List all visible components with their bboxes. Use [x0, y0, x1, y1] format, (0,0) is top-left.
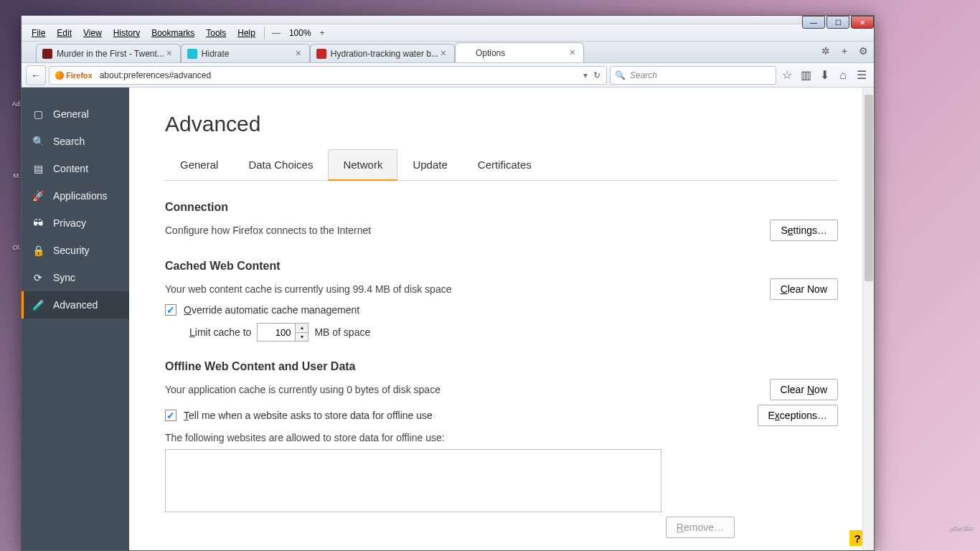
sidebar-item-privacy[interactable]: 🕶 Privacy	[22, 209, 129, 237]
tab-options[interactable]: Options ×	[455, 42, 584, 62]
sidebar-item-applications[interactable]: 🚀 Applications	[22, 182, 129, 209]
tab-label: Options	[476, 48, 567, 58]
menu-divider	[264, 27, 265, 39]
sidebar-item-label: Advanced	[53, 299, 98, 311]
scrollbar-thumb[interactable]	[864, 95, 873, 281]
favicon	[42, 49, 52, 59]
sidebar-item-label: Sync	[53, 272, 75, 283]
sidebar-item-label: Search	[53, 136, 85, 147]
vertical-scrollbar[interactable]	[862, 88, 874, 550]
sidebar-item-label: General	[53, 108, 89, 120]
puzzle-icon[interactable]: ⚙	[857, 44, 870, 57]
reader-icon[interactable]: ▥	[798, 67, 814, 83]
desktop-recycle-bin-label: ycle Bin	[944, 524, 979, 531]
firefox-window: ― ☐ ✕ File Edit View History Bookmarks T…	[21, 15, 875, 551]
advanced-icon: 🧪	[32, 298, 44, 311]
menu-view[interactable]: View	[77, 26, 108, 40]
favicon	[461, 48, 471, 58]
exceptions-button[interactable]: Exceptions…	[758, 405, 839, 426]
tab-hydration[interactable]: Hydration-tracking water b... ×	[310, 44, 455, 62]
sync-icon: ⟳	[32, 271, 44, 284]
offline-clear-button[interactable]: Clear Now	[770, 379, 838, 400]
window-close-button[interactable]: ✕	[851, 16, 874, 29]
tab-close[interactable]: ×	[293, 49, 303, 59]
cache-limit-input[interactable]: ▲ ▼	[257, 323, 308, 342]
menu-edit[interactable]: Edit	[51, 26, 77, 40]
sidebar-item-content[interactable]: ▤ Content	[22, 155, 129, 182]
tab-label: Hydration-tracking water b...	[331, 49, 438, 59]
zoom-level[interactable]: 100%	[285, 28, 316, 38]
new-tab-plus-icon[interactable]: +	[838, 44, 851, 57]
offline-heading: Offline Web Content and User Data	[165, 360, 838, 373]
menu-history[interactable]: History	[108, 26, 146, 40]
search-bar[interactable]: 🔍 Search	[610, 66, 776, 85]
tab-label: Hidrate	[202, 49, 293, 59]
url-dropdown-icon[interactable]: ▾	[580, 70, 590, 80]
subtab-network[interactable]: Network	[328, 149, 397, 181]
reload-icon[interactable]: ↻	[590, 70, 603, 80]
url-text[interactable]: about:preferences#advanced	[97, 70, 580, 80]
security-icon: 🔒	[32, 244, 44, 257]
bookmark-star-icon[interactable]: ☆	[779, 67, 795, 83]
connection-desc: Configure how Firefox connects to the In…	[165, 225, 371, 236]
spin-down[interactable]: ▼	[296, 333, 308, 342]
tab-hidrate[interactable]: Hidrate ×	[181, 44, 310, 62]
preferences-main: Advanced General Data Choices Network Up…	[129, 88, 874, 550]
hamburger-menu-icon[interactable]: ☰	[854, 67, 870, 83]
page-title: Advanced	[165, 112, 838, 136]
content-icon: ▤	[32, 162, 44, 175]
menu-file[interactable]: File	[26, 26, 51, 40]
sidebar-item-advanced[interactable]: 🧪 Advanced	[22, 291, 129, 319]
override-checkbox[interactable]: ✓	[165, 304, 176, 316]
subtab-data-choices[interactable]: Data Choices	[233, 149, 328, 180]
advanced-subtabs: General Data Choices Network Update Cert…	[165, 149, 838, 181]
sidebar-item-search[interactable]: 🔍 Search	[22, 128, 129, 155]
spin-up[interactable]: ▲	[296, 324, 308, 333]
connection-heading: Connection	[165, 201, 838, 214]
search-icon: 🔍	[615, 70, 626, 80]
preferences-sidebar: ▢ General 🔍 Search ▤ Content 🚀 Applicati…	[22, 88, 129, 550]
cache-clear-button[interactable]: Clear Now	[770, 278, 838, 300]
sidebar-item-sync[interactable]: ⟳ Sync	[22, 264, 129, 291]
menu-tools[interactable]: Tools	[200, 26, 232, 40]
tab-strip: Murder in the First - Twent... × Hidrate…	[22, 42, 874, 63]
search-icon: 🔍	[32, 135, 44, 148]
tab-close[interactable]: ×	[567, 48, 578, 58]
tab-close[interactable]: ×	[438, 49, 448, 59]
subtab-update[interactable]: Update	[397, 149, 462, 180]
gear-icon[interactable]: ✲	[819, 44, 832, 57]
window-titlebar[interactable]: ― ☐ ✕	[22, 16, 874, 24]
menu-help[interactable]: Help	[232, 26, 261, 40]
sidebar-item-general[interactable]: ▢ General	[22, 100, 129, 128]
cache-desc: Your web content cache is currently usin…	[165, 283, 451, 295]
cache-limit-field[interactable]	[258, 324, 295, 341]
home-icon[interactable]: ⌂	[835, 67, 851, 83]
url-bar[interactable]: Firefox about:preferences#advanced ▾ ↻	[49, 66, 607, 85]
offline-sites-listbox[interactable]	[165, 449, 661, 512]
sidebar-item-security[interactable]: 🔒 Security	[22, 237, 129, 264]
tab-close[interactable]: ×	[164, 49, 174, 59]
search-placeholder: Search	[630, 70, 657, 80]
menu-bookmarks[interactable]: Bookmarks	[146, 26, 200, 40]
sidebar-item-label: Content	[53, 163, 88, 174]
identity-badge[interactable]: Firefox	[52, 70, 95, 80]
offline-desc: Your application cache is currently usin…	[165, 384, 440, 395]
sidebar-item-label: Security	[53, 245, 90, 256]
limit-label-post: MB of space	[314, 326, 370, 338]
back-button[interactable]: ←	[26, 65, 46, 85]
connection-settings-button[interactable]: Settings…	[770, 220, 838, 241]
favicon	[316, 49, 326, 59]
window-minimize-button[interactable]: ―	[802, 16, 825, 29]
favicon	[187, 49, 197, 59]
window-maximize-button[interactable]: ☐	[826, 16, 849, 29]
downloads-icon[interactable]: ⬇	[816, 67, 832, 83]
subtab-certificates[interactable]: Certificates	[463, 149, 547, 180]
tell-checkbox[interactable]: ✓	[165, 410, 176, 421]
tell-label: Tell me when a website asks to store dat…	[184, 410, 433, 421]
zoom-reset[interactable]: —	[268, 28, 285, 38]
following-text: The following websites are allowed to st…	[165, 432, 838, 443]
zoom-in[interactable]: +	[316, 28, 329, 38]
tab-murder[interactable]: Murder in the First - Twent... ×	[36, 44, 181, 62]
limit-label-pre: Limit cache to	[189, 326, 251, 338]
subtab-general[interactable]: General	[165, 149, 233, 180]
